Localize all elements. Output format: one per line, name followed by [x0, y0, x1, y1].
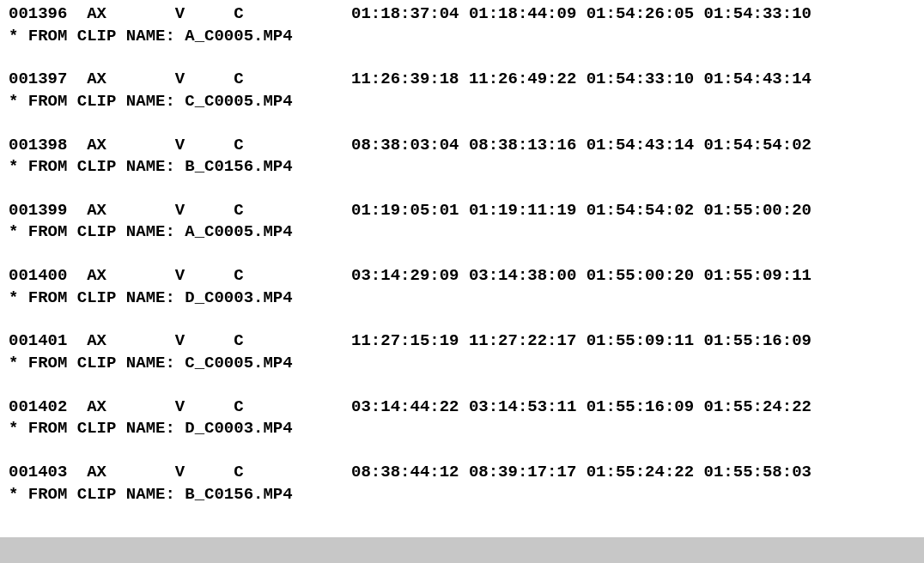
edl-event-line: 001396 AX V C 01:18:37:04 01:18:44:09 01… [9, 3, 915, 26]
edl-clip-line: * FROM CLIP NAME: C_C0005.MP4 [9, 353, 915, 375]
edl-clip-line: * FROM CLIP NAME: B_C0156.MP4 [9, 484, 915, 506]
edl-clip-line: * FROM CLIP NAME: D_C0003.MP4 [9, 288, 915, 310]
edl-entry: 001400 AX V C 03:14:29:09 03:14:38:00 01… [9, 265, 915, 309]
edl-clip-line: * FROM CLIP NAME: A_C0005.MP4 [9, 221, 915, 244]
edl-event-line: 001400 AX V C 03:14:29:09 03:14:38:00 01… [9, 265, 915, 288]
edl-entry: 001402 AX V C 03:14:44:22 03:14:53:11 01… [9, 397, 915, 440]
edl-entry: 001401 AX V C 11:27:15:19 11:27:22:17 01… [9, 330, 915, 374]
edl-event-line: 001401 AX V C 11:27:15:19 11:27:22:17 01… [9, 330, 915, 353]
edl-entry: 001403 AX V C 08:38:44:12 08:39:17:17 01… [9, 462, 915, 505]
footer-strip [0, 537, 924, 563]
edl-text-block: 001396 AX V C 01:18:37:04 01:18:44:09 01… [0, 0, 924, 505]
edl-entry: 001399 AX V C 01:19:05:01 01:19:11:19 01… [9, 200, 915, 244]
edl-event-line: 001398 AX V C 08:38:03:04 08:38:13:16 01… [9, 135, 915, 157]
edl-entry: 001398 AX V C 08:38:03:04 08:38:13:16 01… [9, 135, 915, 179]
edl-clip-line: * FROM CLIP NAME: A_C0005.MP4 [9, 26, 915, 48]
edl-event-line: 001397 AX V C 11:26:39:18 11:26:49:22 01… [9, 69, 915, 91]
edl-event-line: 001399 AX V C 01:19:05:01 01:19:11:19 01… [9, 200, 915, 222]
edl-clip-line: * FROM CLIP NAME: B_C0156.MP4 [9, 156, 915, 179]
edl-clip-line: * FROM CLIP NAME: D_C0003.MP4 [9, 418, 915, 440]
edl-clip-line: * FROM CLIP NAME: C_C0005.MP4 [9, 91, 915, 113]
edl-entry: 001397 AX V C 11:26:39:18 11:26:49:22 01… [9, 69, 915, 112]
edl-event-line: 001402 AX V C 03:14:44:22 03:14:53:11 01… [9, 397, 915, 419]
edl-event-line: 001403 AX V C 08:38:44:12 08:39:17:17 01… [9, 462, 915, 484]
edl-entry: 001396 AX V C 01:18:37:04 01:18:44:09 01… [9, 3, 915, 47]
